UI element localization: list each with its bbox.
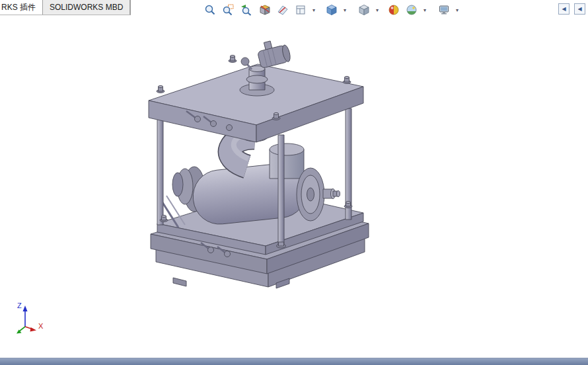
model-column-left[interactable] [157, 119, 163, 225]
tab-solidworks-mbd[interactable]: SOLIDWORKS MBD [43, 0, 130, 15]
hide-show-items-button[interactable] [356, 2, 372, 18]
dynamic-annotation-views-button[interactable] [275, 2, 291, 18]
view-settings-dropdown[interactable]: ▾ [454, 2, 460, 18]
hide-show-items-dropdown[interactable]: ▾ [374, 2, 381, 18]
status-bar [0, 358, 588, 365]
display-style-button[interactable] [324, 2, 340, 18]
section-view-button[interactable] [257, 2, 273, 18]
previous-view-button[interactable] [238, 2, 254, 18]
view-orientation-icon [295, 4, 307, 16]
display-style-dropdown[interactable]: ▾ [342, 2, 348, 18]
zoom-to-fit-icon [204, 4, 216, 16]
dynamic-annotation-views-icon [277, 4, 289, 16]
model-column-front[interactable] [278, 135, 284, 246]
hide-show-items-icon [358, 4, 370, 16]
tab-solidworks-addins[interactable]: RKS 插件 [0, 0, 43, 15]
view-settings-icon [438, 4, 450, 16]
triad-z-label: Z [17, 302, 22, 309]
model-pump-body[interactable] [172, 132, 340, 227]
zoom-to-fit-button[interactable] [202, 2, 218, 18]
heads-up-view-toolbar: ▾ ▾ ▾ [202, 1, 462, 19]
collapse-panel-button-2[interactable]: ◀ [574, 3, 585, 15]
orientation-triad: Z X [17, 302, 44, 334]
addin-tab-bar: RKS 插件 SOLIDWORKS MBD [0, 0, 131, 15]
apply-scene-button[interactable] [404, 2, 420, 18]
apply-scene-icon [406, 4, 418, 16]
solidworks-window: Z X RKS 插件 SOLIDWORKS MBD [0, 0, 588, 365]
collapse-panel-button[interactable]: ◀ [558, 3, 570, 15]
view-settings-button[interactable] [436, 2, 452, 18]
section-view-icon [259, 4, 271, 16]
edit-appearance-button[interactable] [386, 2, 402, 18]
apply-scene-dropdown[interactable]: ▾ [422, 2, 428, 18]
triad-x-label: X [38, 322, 44, 330]
zoom-to-area-icon [222, 4, 234, 16]
display-style-icon [326, 4, 338, 16]
view-orientation-button[interactable] [293, 2, 309, 18]
graphics-area[interactable]: Z X [0, 0, 588, 365]
edit-appearance-icon [388, 4, 400, 16]
previous-view-icon [240, 4, 252, 16]
zoom-to-area-button[interactable] [220, 2, 236, 18]
view-orientation-dropdown[interactable]: ▾ [311, 2, 317, 18]
